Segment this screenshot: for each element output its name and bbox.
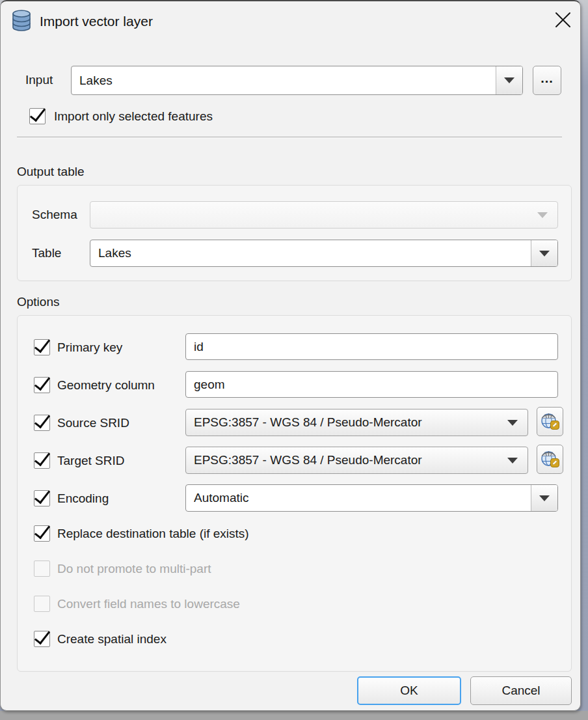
source-srid-label: Source SRID — [57, 414, 129, 432]
chevron-down-icon — [504, 77, 514, 83]
table-combobox-dropdown[interactable] — [531, 240, 557, 266]
multi-part-label: Do not promote to multi-part — [57, 560, 211, 577]
source-srid-crs-button[interactable] — [537, 407, 563, 436]
cancel-button[interactable]: Cancel — [470, 676, 572, 705]
output-table-group: Schema Table Lakes — [17, 185, 572, 281]
chevron-down-icon — [507, 458, 518, 464]
primary-key-input[interactable] — [185, 333, 558, 360]
schema-combobox-value — [98, 202, 528, 228]
desktop-backdrop: Import vector layer Input Lakes ... Impo… — [0, 0, 588, 720]
close-button[interactable] — [547, 5, 578, 36]
source-srid-checkbox[interactable] — [34, 415, 50, 431]
globe-crs-icon — [540, 448, 560, 471]
input-combobox-dropdown[interactable] — [496, 66, 522, 94]
close-icon — [555, 12, 571, 30]
encoding-combobox-value: Automatic — [194, 485, 528, 511]
spatial-index-label: Create spatial index — [57, 630, 167, 648]
output-table-group-label: Output table — [17, 165, 85, 179]
target-srid-value: EPSG:3857 - WGS 84 / Pseudo-Mercator — [194, 447, 498, 473]
table-combobox[interactable]: Lakes — [90, 240, 558, 267]
import-selected-checkbox[interactable] — [29, 108, 46, 124]
import-selected-label: Import only selected features — [54, 107, 213, 125]
lowercase-checkbox — [34, 596, 50, 612]
input-combobox[interactable]: Lakes — [71, 66, 523, 95]
source-srid-dropdown[interactable] — [498, 409, 528, 436]
geometry-column-checkbox[interactable] — [34, 377, 50, 393]
import-vector-layer-dialog: Import vector layer Input Lakes ... Impo… — [0, 0, 581, 711]
input-combobox-value: Lakes — [79, 66, 492, 94]
primary-key-label: Primary key — [57, 339, 122, 356]
target-srid-checkbox[interactable] — [34, 452, 50, 469]
ellipsis-icon: ... — [541, 75, 554, 87]
schema-label: Schema — [32, 201, 77, 228]
ok-button[interactable]: OK — [357, 676, 461, 705]
table-combobox-value: Lakes — [98, 240, 528, 266]
encoding-combobox-dropdown[interactable] — [531, 485, 557, 511]
dialog-title: Import vector layer — [40, 11, 153, 32]
replace-table-checkbox[interactable] — [34, 525, 50, 542]
replace-table-label: Replace destination table (if exists) — [57, 525, 249, 542]
chevron-down-icon — [539, 495, 550, 501]
target-srid-crs-button[interactable] — [537, 445, 563, 474]
encoding-combobox[interactable]: Automatic — [185, 484, 558, 512]
chevron-down-icon — [537, 212, 548, 218]
separator-line — [17, 137, 562, 138]
options-group-label: Options — [17, 295, 59, 309]
target-srid-combobox[interactable]: EPSG:3857 - WGS 84 / Pseudo-Mercator — [185, 447, 528, 474]
globe-crs-icon — [540, 410, 560, 434]
primary-key-checkbox[interactable] — [34, 339, 50, 355]
database-icon — [10, 9, 33, 35]
chevron-down-icon — [539, 251, 550, 256]
multi-part-checkbox — [34, 561, 50, 577]
geometry-column-input[interactable] — [185, 371, 558, 398]
spatial-index-checkbox[interactable] — [34, 631, 50, 647]
chevron-down-icon — [507, 420, 518, 426]
lowercase-label: Convert field names to lowercase — [57, 595, 240, 613]
input-label: Input — [25, 71, 53, 89]
browse-button[interactable]: ... — [533, 66, 561, 95]
source-srid-value: EPSG:3857 - WGS 84 / Pseudo-Mercator — [194, 409, 498, 436]
encoding-checkbox[interactable] — [34, 490, 50, 506]
target-srid-dropdown[interactable] — [498, 447, 528, 473]
target-srid-label: Target SRID — [57, 452, 124, 469]
geometry-column-label: Geometry column — [57, 376, 155, 394]
schema-combobox-dropdown — [528, 202, 557, 228]
backdrop-bottom-strip — [0, 711, 588, 720]
encoding-label: Encoding — [57, 490, 109, 507]
schema-combobox — [90, 201, 558, 228]
table-label: Table — [32, 240, 61, 267]
options-group: Primary key Geometry column Source SRID … — [17, 315, 572, 672]
source-srid-combobox[interactable]: EPSG:3857 - WGS 84 / Pseudo-Mercator — [185, 409, 528, 436]
